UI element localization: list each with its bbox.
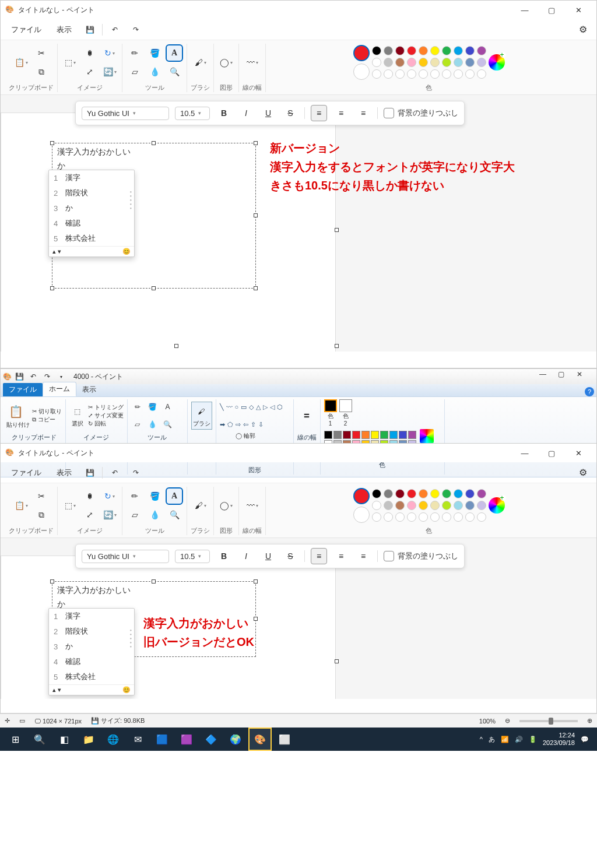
color-swatch[interactable] [372,46,381,55]
ime-candidate[interactable]: 5株式会社 [49,231,134,246]
color-swatch[interactable] [477,501,486,510]
app-icon-2[interactable]: 🟪 [175,728,198,751]
color-swatch[interactable] [430,46,440,55]
start-button[interactable]: ⊞ [3,728,27,751]
ime-candidate[interactable]: 2階段状 [49,185,134,201]
app-icon-1[interactable]: 🟦 [150,728,174,751]
ime-mode-icon[interactable]: あ [489,735,495,744]
bold-button[interactable]: B [216,548,232,564]
search-button[interactable]: 🔍 [28,728,51,751]
rotate-button[interactable]: ↻ 回転 [88,420,124,428]
minimize-button[interactable]: — [539,370,557,383]
color-swatch[interactable] [384,512,393,522]
color-swatch[interactable] [430,512,440,522]
color2-swatch[interactable] [353,507,370,523]
color-swatch[interactable] [352,431,360,439]
ime-emoji-icon[interactable]: 😊 [122,248,131,255]
edit-colors[interactable] [420,429,434,443]
shapes-button[interactable]: ◯ [217,54,235,71]
color-swatch[interactable] [384,489,393,498]
resize-button[interactable]: ⤢ [81,63,99,80]
paste-button[interactable]: 📋 [13,54,30,71]
color-swatch[interactable] [333,431,342,439]
text-tool[interactable]: A [166,487,183,505]
help-button[interactable]: ? [585,387,594,396]
color-swatch[interactable] [465,512,475,522]
color-swatch[interactable] [442,69,451,79]
color-swatch[interactable] [430,501,440,510]
color-swatch[interactable] [408,431,416,439]
color-swatch[interactable] [389,431,398,439]
taskview-button[interactable]: ◧ [52,728,76,751]
cut-button[interactable]: ✂ [33,44,50,62]
minimize-button[interactable]: — [511,444,538,462]
close-button[interactable]: ✕ [565,1,592,19]
color-swatch[interactable] [442,58,451,67]
align-center-button[interactable]: ≡ [333,105,349,121]
color2[interactable] [339,399,352,412]
cut-button[interactable]: ✂ [33,487,50,505]
copy-button[interactable]: ⧉ [33,506,50,523]
pencil-tool[interactable]: ✏ [126,487,143,505]
font-family-dropdown[interactable]: Yu Gothic UI▾ [82,550,169,563]
eraser-tool[interactable]: ▱ [126,63,143,80]
color-swatch[interactable] [372,489,381,498]
color-swatch[interactable] [465,489,475,498]
maximize-button[interactable]: ▢ [538,444,565,462]
fill-tool[interactable]: 🪣 [146,44,163,62]
color-swatch[interactable] [442,489,451,498]
color-swatch[interactable] [384,69,393,79]
color-swatch[interactable] [419,58,428,67]
rotate-button[interactable]: ↻ [101,44,118,62]
color-swatch[interactable] [384,58,393,67]
pencil-tool[interactable]: ✏ [131,400,144,413]
text-tool[interactable]: A [166,44,183,62]
tab-view[interactable]: 表示 [76,383,102,396]
canvas-area[interactable]: Yu Gothic UI▾ 10.5▾ B I U S ≡ ≡ ≡ 背景の塗りつ… [1,538,596,699]
close-button[interactable]: ✕ [565,444,592,462]
select-tool[interactable]: ⬚ [69,403,86,420]
settings-button[interactable]: ⚙ [574,464,592,482]
align-right-button[interactable]: ≡ [355,548,371,564]
color-swatch[interactable] [454,512,463,522]
color1-swatch[interactable] [353,488,370,504]
crop-button[interactable]: ⧯ [81,44,99,62]
select-button[interactable]: ⬚ [61,497,79,514]
menu-view[interactable]: 表示 [51,465,78,480]
align-left-button[interactable]: ≡ [311,105,327,121]
app-icon-3[interactable]: 🔷 [199,728,223,751]
edit-colors-button[interactable] [489,54,505,71]
color-swatch[interactable] [395,69,405,79]
brush-button[interactable]: 🖌 [193,403,209,420]
ime-candidate[interactable]: 5株式会社 [49,669,134,684]
tab-file[interactable]: ファイル [3,383,43,396]
rotate-button[interactable]: ↻ [101,487,118,505]
brushes-button[interactable]: 🖌 [192,497,209,514]
zoom-out-button[interactable]: ⊖ [505,717,510,725]
color-swatch[interactable] [477,58,486,67]
color-swatch[interactable] [407,58,416,67]
zoom-slider[interactable] [519,720,578,722]
align-right-button[interactable]: ≡ [355,105,371,121]
flip-button[interactable]: 🔄 [101,506,118,523]
trim-button[interactable]: ✂ トリミング [88,403,124,412]
qat-save[interactable]: 💾 [13,370,26,383]
color-swatch[interactable] [384,46,393,55]
color-swatch[interactable] [407,46,416,55]
color-swatch[interactable] [430,69,440,79]
select-button[interactable]: ⬚ [61,54,79,71]
cut-button[interactable]: ✂ 切り取り [32,407,62,416]
clock[interactable]: 12:24 2023/09/18 [543,732,575,747]
italic-button[interactable]: I [238,548,254,564]
color-swatch[interactable] [361,431,370,439]
color-swatch[interactable] [454,46,463,55]
maximize-button[interactable]: ▢ [558,370,575,383]
color-swatch[interactable] [465,501,475,510]
bg-fill-checkbox[interactable]: 背景の塗りつぶし [384,551,458,561]
color-swatch[interactable] [477,489,486,498]
resize-button[interactable]: ⤢ サイズ変更 [88,412,124,420]
close-button[interactable]: ✕ [577,370,594,383]
undo-button[interactable]: ↶ [106,21,124,38]
tray-overflow-icon[interactable]: ^ [480,736,483,743]
color-swatch[interactable] [430,58,440,67]
